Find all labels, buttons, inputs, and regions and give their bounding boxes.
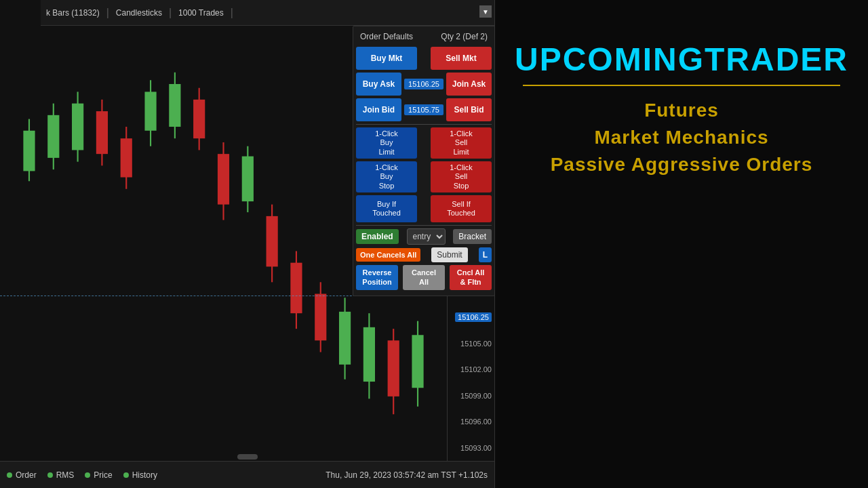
order-header: Order Defaults Qty 2 (Def 2) <box>356 29 492 44</box>
click-buy-stop-button[interactable]: 1-Click Buy Stop <box>356 161 417 192</box>
price-p12: 15099.00 <box>460 392 492 400</box>
entry-select[interactable]: entry exit <box>407 228 446 245</box>
svg-rect-3 <box>47 115 59 158</box>
brand-sub2: Market Mechanics <box>594 127 768 148</box>
svg-rect-15 <box>193 100 205 138</box>
oca-button[interactable]: One Cancels All <box>356 248 420 262</box>
trades-label: 1000 Trades <box>178 8 224 18</box>
buy-ask-price: 15106.25 <box>404 79 443 89</box>
order-row-2: Buy Ask 15106.25 Join Ask <box>356 73 492 96</box>
price-dot <box>85 472 90 478</box>
toolbar-close-button[interactable]: ▼ <box>479 5 492 18</box>
brand-panel: UPCOMINGTRADER Futures Market Mechanics … <box>495 0 868 488</box>
buy-mkt-button[interactable]: Buy Mkt <box>356 47 417 70</box>
brand-sub3: Passive Aggressive Orders <box>551 154 813 176</box>
svg-rect-9 <box>121 138 132 177</box>
click-sell-stop-button[interactable]: 1-Click Sell Stop <box>431 161 492 192</box>
svg-rect-19 <box>242 157 254 201</box>
status-history: History <box>123 470 157 480</box>
sell-mkt-button[interactable]: Sell Mkt <box>431 47 492 70</box>
chart-toolbar: k Bars (11832) | Candlesticks | 1000 Tra… <box>41 0 494 26</box>
svg-rect-13 <box>169 84 180 127</box>
order-row-1: Buy Mkt Sell Mkt <box>356 47 492 70</box>
qty-label: Qty 2 (Def 2) <box>441 32 488 41</box>
order-row-7: Enabled entry exit Bracket <box>356 228 492 245</box>
svg-rect-31 <box>388 340 399 396</box>
submit-button[interactable]: Submit <box>431 247 467 262</box>
chart-panel: k Bars (11832) | Candlesticks | 1000 Tra… <box>0 0 495 488</box>
svg-rect-1 <box>23 131 35 171</box>
brand-underline <box>523 85 840 86</box>
svg-rect-5 <box>72 104 83 150</box>
order-panel: Order Defaults Qty 2 (Def 2) Buy Mkt Sel… <box>353 26 495 296</box>
price-p14: 15093.00 <box>460 444 492 452</box>
svg-rect-17 <box>218 154 229 205</box>
timestamp: Thu, Jun 29, 2023 03:57:42 am TST +1.102… <box>326 470 488 480</box>
sep2: | <box>169 7 172 19</box>
enabled-button[interactable]: Enabled <box>356 229 399 244</box>
order-row-6: Buy If Touched Sell If Touched <box>356 195 492 222</box>
order-row-5: 1-Click Buy Stop 1-Click Sell Stop <box>356 161 492 192</box>
svg-rect-25 <box>315 294 326 341</box>
reverse-position-button[interactable]: Reverse Position <box>356 265 398 290</box>
history-dot <box>123 472 129 478</box>
candlesticks-label: Candlesticks <box>116 8 162 18</box>
svg-rect-33 <box>412 335 423 388</box>
price-label: Price <box>94 470 112 480</box>
rms-dot <box>47 472 53 478</box>
bars-label: k Bars (11832) <box>46 8 100 18</box>
divider-1 <box>356 124 492 125</box>
join-ask-button[interactable]: Join Ask <box>446 73 492 96</box>
status-bar: Order RMS Price History Thu, Jun 29, 202… <box>0 461 494 488</box>
status-rms: RMS <box>47 470 75 480</box>
svg-rect-27 <box>339 312 351 365</box>
order-row-3: Join Bid 15105.75 Sell Bid <box>356 98 492 121</box>
order-row-8: One Cancels All Submit L <box>356 247 492 262</box>
join-bid-price: 15105.75 <box>404 104 443 115</box>
status-price: Price <box>85 470 112 480</box>
cncl-all-filtn-button[interactable]: Cncl All & Fltn <box>450 265 492 290</box>
order-dot <box>7 472 12 478</box>
bracket-button[interactable]: Bracket <box>453 229 492 244</box>
buy-if-touched-button[interactable]: Buy If Touched <box>356 195 417 222</box>
buy-ask-button[interactable]: Buy Ask <box>356 73 401 96</box>
click-buy-limit-button[interactable]: 1-Click Buy Limit <box>356 127 417 159</box>
l-button[interactable]: L <box>479 247 492 262</box>
sell-if-touched-button[interactable]: Sell If Touched <box>431 195 492 222</box>
svg-rect-29 <box>363 327 375 382</box>
sep3: | <box>231 7 233 19</box>
history-label: History <box>132 470 157 480</box>
order-defaults-label: Order Defaults <box>360 32 413 41</box>
price-p11: 15102.00 <box>460 365 492 373</box>
svg-rect-23 <box>290 263 302 314</box>
order-row-9: Reverse Position Cancel All Cncl All & F… <box>356 265 492 290</box>
divider-2 <box>356 225 492 226</box>
click-sell-limit-button[interactable]: 1-Click Sell Limit <box>431 127 492 159</box>
order-label: Order <box>16 470 37 480</box>
join-bid-button[interactable]: Join Bid <box>356 98 401 121</box>
scroll-indicator[interactable] <box>237 454 258 460</box>
brand-title: UPCOMINGTRADER <box>515 41 848 78</box>
rms-label: RMS <box>56 470 75 480</box>
sell-bid-button[interactable]: Sell Bid <box>446 98 492 121</box>
svg-rect-7 <box>96 111 108 154</box>
price-p13: 15096.00 <box>460 418 492 426</box>
sep1: | <box>106 7 109 19</box>
brand-sub1: Futures <box>644 100 719 121</box>
price-highlight: 15106.25 <box>455 312 492 322</box>
svg-rect-11 <box>144 92 156 130</box>
cancel-all-button[interactable]: Cancel All <box>403 265 445 290</box>
order-row-4: 1-Click Buy Limit 1-Click Sell Limit <box>356 127 492 159</box>
status-order: Order <box>7 470 37 480</box>
price-p10: 15105.00 <box>460 340 492 348</box>
svg-rect-21 <box>267 216 278 267</box>
